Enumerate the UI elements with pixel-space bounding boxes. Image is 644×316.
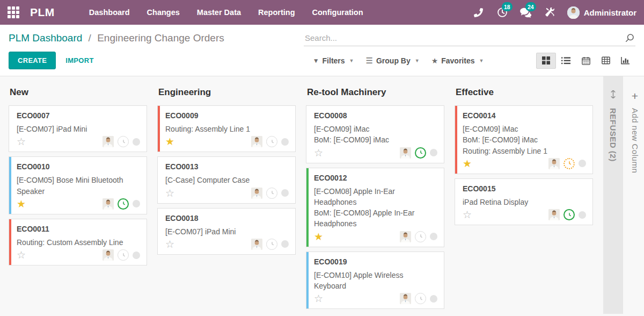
nav-item-dashboard[interactable]: Dashboard	[83, 5, 136, 20]
import-button[interactable]: IMPORT	[65, 56, 93, 64]
kanban-state-dot[interactable]	[281, 138, 289, 146]
search-icon[interactable]	[625, 33, 634, 45]
kanban-card-eco0009[interactable]: ECO0009Routing: Assembly Line 1★	[157, 105, 296, 152]
priority-star-icon[interactable]: ☆	[165, 239, 174, 249]
pivot-view-button[interactable]	[596, 53, 616, 69]
priority-star-icon[interactable]: ★	[463, 159, 472, 169]
app-name[interactable]: PLM	[30, 6, 55, 19]
card-color-bar	[158, 106, 160, 152]
assignee-avatar[interactable]	[103, 249, 114, 261]
group-by-menu[interactable]: ☰ Group By▼	[365, 56, 419, 66]
activity-clock-icon[interactable]	[266, 188, 277, 199]
messages-icon[interactable]: 24	[517, 4, 535, 20]
card-color-bar	[306, 168, 309, 247]
create-button[interactable]: CREATE	[9, 52, 56, 69]
kanban-state-dot[interactable]	[430, 295, 437, 303]
priority-star-icon[interactable]: ★	[314, 232, 323, 242]
assignee-avatar[interactable]	[400, 231, 411, 242]
activity-clock-icon[interactable]	[118, 249, 129, 261]
assignee-avatar[interactable]	[548, 158, 560, 169]
nav-item-configuration[interactable]: Configuration	[306, 5, 370, 20]
kanban-card-eco0015[interactable]: ECO0015iPad Retina Display☆	[455, 178, 593, 225]
assignee-avatar[interactable]	[251, 136, 262, 147]
nav-item-reporting[interactable]: Reporting	[252, 5, 301, 20]
priority-star-icon[interactable]: ★	[17, 199, 26, 209]
column-title[interactable]: New	[9, 83, 147, 105]
graph-view-button[interactable]	[616, 53, 635, 69]
kanban-state-dot[interactable]	[281, 189, 289, 197]
kanban-board: NewECO0007[E-COM07] iPad Mini☆ECO0010[E-…	[0, 76, 644, 314]
calendar-view-button[interactable]	[576, 53, 596, 69]
priority-star-icon[interactable]: ☆	[17, 137, 26, 147]
kanban-state-dot[interactable]	[133, 138, 140, 146]
priority-star-icon[interactable]: ☆	[165, 188, 174, 198]
breadcrumb-parent[interactable]: PLM Dashboard	[9, 32, 82, 44]
kanban-card-eco0012[interactable]: ECO0012[E-COM08] Apple In-Ear Headphones…	[306, 168, 444, 247]
kanban-card-eco0014[interactable]: ECO0014[E-COM09] iMacBoM: [E-COM09] iMac…	[455, 105, 593, 174]
kanban-view-button[interactable]	[536, 53, 556, 69]
search-input[interactable]	[304, 30, 635, 46]
activity-clock-icon[interactable]	[118, 198, 129, 210]
messages-badge: 24	[525, 2, 536, 11]
card-id: ECO0018	[165, 214, 289, 222]
assignee-avatar[interactable]	[103, 198, 114, 210]
kanban-card-eco0008[interactable]: ECO0008[E-COM09] iMacBoM: [E-COM09] iMac…	[306, 105, 444, 163]
priority-star-icon[interactable]: ☆	[314, 148, 323, 158]
activity-clock-icon[interactable]	[266, 239, 277, 250]
kanban-state-dot[interactable]	[281, 240, 289, 248]
card-id: ECO0014	[463, 111, 586, 120]
activity-clock-icon[interactable]	[415, 147, 426, 159]
nav-item-master-data[interactable]: Master Data	[191, 5, 247, 20]
favorites-menu[interactable]: ★ Favorites▼	[431, 56, 484, 65]
kanban-state-dot[interactable]	[133, 252, 140, 259]
list-view-button[interactable]	[556, 53, 576, 69]
activity-clock-icon[interactable]	[415, 293, 426, 304]
activity-clock-icon[interactable]	[266, 136, 277, 147]
tools-icon[interactable]	[540, 4, 559, 20]
activity-clock-icon[interactable]: 18	[493, 4, 511, 20]
apps-menu-icon[interactable]	[8, 6, 19, 18]
assignee-avatar[interactable]	[251, 239, 262, 250]
card-description: Routing: Assembly Line 1	[463, 146, 586, 156]
kanban-card-eco0011[interactable]: ECO0011Routing: Custom Assembly Line☆	[9, 219, 147, 265]
nav-item-changes[interactable]: Changes	[141, 5, 186, 20]
assignee-avatar[interactable]	[400, 147, 411, 159]
column-title[interactable]: Re-tool Machinery	[306, 83, 444, 105]
priority-star-icon[interactable]: ★	[165, 137, 174, 147]
kanban-column-new: NewECO0007[E-COM07] iPad Mini☆ECO0010[E-…	[9, 83, 147, 314]
user-menu[interactable]: Administrator	[567, 6, 636, 19]
activity-clock-icon[interactable]	[118, 136, 129, 147]
phone-icon[interactable]	[470, 4, 488, 20]
column-title[interactable]: Effective	[455, 83, 593, 105]
kanban-card-eco0018[interactable]: ECO0018[E-COM07] iPad Mini☆	[157, 208, 296, 255]
kanban-card-eco0019[interactable]: ECO0019[E-COM10] Apple Wireless Keyboard…	[306, 252, 444, 310]
priority-star-icon[interactable]: ☆	[463, 210, 472, 220]
assignee-avatar[interactable]	[548, 209, 560, 220]
collapsed-column-refused[interactable]: REFUSED (2)	[603, 76, 623, 314]
kanban-state-dot[interactable]	[133, 200, 140, 207]
expand-column-icon[interactable]	[609, 90, 617, 100]
activity-clock-icon[interactable]	[415, 231, 426, 242]
group-by-icon: ☰	[365, 56, 372, 66]
kanban-state-dot[interactable]	[579, 211, 586, 219]
kanban-state-dot[interactable]	[430, 149, 437, 156]
activity-clock-icon[interactable]	[564, 158, 575, 169]
chevron-down-icon: ▼	[349, 58, 354, 63]
add-new-column[interactable]: + Add new Column	[623, 83, 644, 314]
activity-clock-icon[interactable]	[564, 209, 575, 220]
assignee-avatar[interactable]	[251, 188, 262, 199]
filters-menu[interactable]: ▼ Filters▼	[313, 56, 354, 65]
kanban-state-dot[interactable]	[430, 233, 437, 240]
kanban-card-eco0010[interactable]: ECO0010[E-COM05] Bose Mini Bluetooth Spe…	[9, 156, 147, 214]
priority-star-icon[interactable]: ☆	[17, 250, 26, 260]
assignee-avatar[interactable]	[103, 136, 114, 147]
view-switcher	[536, 53, 635, 69]
assignee-avatar[interactable]	[400, 293, 411, 304]
kanban-state-dot[interactable]	[579, 160, 586, 167]
priority-star-icon[interactable]: ☆	[314, 293, 323, 304]
card-description: [E-COM07] iPad Mini	[165, 226, 289, 237]
column-title[interactable]: Engineering	[157, 83, 296, 105]
breadcrumb-separator: /	[89, 32, 91, 44]
kanban-card-eco0013[interactable]: ECO0013[C-Case] Computer Case☆	[157, 156, 296, 203]
kanban-card-eco0007[interactable]: ECO0007[E-COM07] iPad Mini☆	[9, 105, 147, 152]
